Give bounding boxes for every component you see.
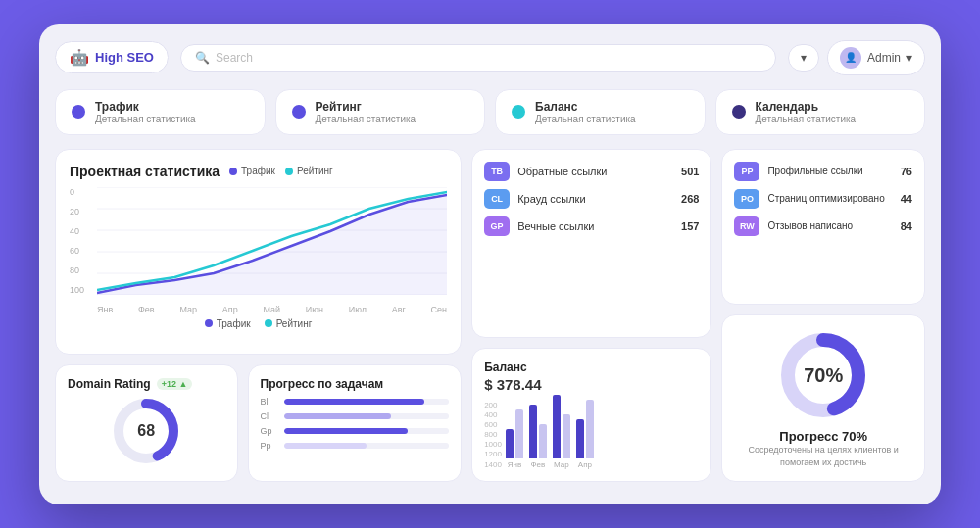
donut-container: 68 [68,397,225,465]
bar-label-mar: Мар [554,460,569,469]
link-badge-tb: TB [484,162,510,181]
backlinks-card: TB Обратные ссылки 501 CL Крауд ссылки 2… [471,149,711,338]
stat-card-calendar[interactable]: Календарь Детальная статистика [715,89,926,135]
bar-label-jan: Янв [508,460,521,469]
bar-y-axis: 140012001000800600400200 [484,401,502,469]
legend-traffic: Трафик [229,166,275,176]
bar-apr-light [586,400,594,458]
progress-bar-fill-bl [284,399,424,405]
stat-card-traffic[interactable]: Трафик Детальная статистика [55,89,266,135]
progress-label-bl: Bl [261,397,278,407]
progress-label-gp: Gp [261,426,278,436]
domain-rating-title: Domain Rating [68,377,151,391]
admin-chevron-icon: ▾ [906,51,912,65]
progress-circle-desc: Сосредоточены на целях клиентов и помога… [734,444,912,468]
link-row-cl: CL Крауд ссылки 268 [484,189,699,209]
progress-rows: Bl Cl Gp [261,397,450,451]
bar-group-mar: Мар [553,395,570,469]
progress-footer: Прогресс 70% Сосредоточены на целях клие… [734,429,912,468]
header: 🤖 High SEO 🔍 Search ▾ 👤 Admin ▾ [55,40,925,75]
bar-label-feb: Фев [531,460,546,469]
link-badge-rw: RW [734,216,760,236]
search-box[interactable]: 🔍 Search [180,44,776,72]
link-count-gp: 157 [681,220,699,232]
bottom-legend-traffic: Трафик [205,318,251,329]
link-count-cl: 268 [681,193,699,205]
domain-rating-header: Domain Rating +12 ▲ [68,377,225,391]
search-icon: 🔍 [195,51,210,65]
middle-column: TB Обратные ссылки 501 CL Крауд ссылки 2… [471,149,711,482]
line-chart-area: 100806040200 [70,187,447,314]
link-text-tb: Обратные ссылки [517,166,673,177]
calendar-dot [732,105,746,119]
link-row-pp: PP Профильные ссылки 76 [734,162,912,181]
progress-circle-title: Прогресс 70% [734,429,912,444]
link-text-rw: Отзывов написано [767,220,892,231]
chart-svg-area [97,187,447,295]
calendar-title: Календарь [756,100,857,114]
right-column: PP Профильные ссылки 76 PO Страниц оптим… [721,149,925,482]
progress-bar-bg-cl [284,413,450,419]
chevron-down-icon: ▾ [801,51,807,65]
bottom-legend-rating-dot [265,319,272,327]
progress-circle-card: 70% Прогресс 70% Сосредоточены на целях … [721,314,925,481]
bar-apr-dark [576,419,584,458]
traffic-title: Трафик [95,100,196,114]
bar-jan-dark [506,429,514,458]
rating-title: Рейтинг [316,100,416,114]
traffic-subtitle: Детальная статистика [95,114,196,124]
bars-jan [506,409,523,458]
traffic-dot [72,105,85,119]
progress-bar-bg-bl [284,399,450,405]
line-chart-card: Проектная статистика Трафик Рейтинг 1008… [55,149,462,355]
legend-rating-dot [285,168,293,175]
link-text-pp: Профильные ссылки [767,166,892,176]
balance-card: Баланс $ 378.44 140012001000800600400200… [471,348,711,482]
link-badge-po: PO [734,189,760,209]
calendar-subtitle: Детальная статистика [756,114,857,124]
avatar: 👤 [840,47,861,69]
legend-traffic-label: Трафик [241,166,275,176]
bottom-legend-rating: Рейтинг [265,318,313,329]
link-text-po: Страниц оптимизировано [767,193,892,204]
stat-card-rating[interactable]: Рейтинг Детальная статистика [275,89,486,135]
link-count-po: 44 [901,193,912,205]
balance-amount: $ 378.44 [484,376,699,393]
balance-subtitle: Детальная статистика [535,114,636,124]
header-right: ▾ 👤 Admin ▾ [788,40,925,75]
dropdown-button[interactable]: ▾ [788,44,819,72]
x-axis-labels: ЯнвФевМарАпрМайИюнИюлАвгСен [97,305,447,314]
bar-chart: 140012001000800600400200 Янв [484,401,699,469]
progress-circle-label: 70% [804,364,843,387]
link-row-po: PO Страниц оптимизировано 44 [734,189,912,209]
link-row-tb: TB Обратные ссылки 501 [484,162,699,181]
y-axis-labels: 100806040200 [70,187,93,295]
rating-subtitle: Детальная статистика [316,114,416,124]
progress-label-pp: Pp [261,441,278,451]
stats-cards: Трафик Детальная статистика Рейтинг Дета… [55,89,925,135]
link-badge-pp: PP [734,162,760,181]
balance-dot [512,105,525,119]
dashboard: 🤖 High SEO 🔍 Search ▾ 👤 Admin ▾ Трафик Д… [39,24,941,504]
bar-chart-area: Янв Фев [506,401,594,469]
bottom-legend-rating-label: Рейтинг [276,318,313,329]
domain-rating-badge: +12 ▲ [157,378,193,390]
link-badge-cl: CL [484,189,510,209]
link-row-rw: RW Отзывов написано 84 [734,216,912,236]
bottom-row: Domain Rating +12 ▲ 68 [55,364,462,482]
progress-tasks-header: Прогресс по задачам [261,377,450,391]
stat-card-balance[interactable]: Баланс Детальная статистика [495,89,706,135]
balance-title: Баланс [535,100,636,114]
link-count-tb: 501 [681,166,699,177]
admin-button[interactable]: 👤 Admin ▾ [827,40,925,75]
progress-bar-fill-pp [284,443,367,449]
logo-text: High SEO [95,50,154,65]
admin-label: Admin [867,51,901,65]
progress-row-gp: Gp [261,426,450,436]
robot-icon: 🤖 [70,48,89,67]
main-content: Проектная статистика Трафик Рейтинг 1008… [55,149,925,482]
chart-title: Проектная статистика [70,164,220,179]
bar-group-feb: Фев [529,405,547,469]
balance-card-title: Баланс [484,360,699,374]
progress-label-cl: Cl [261,411,278,421]
